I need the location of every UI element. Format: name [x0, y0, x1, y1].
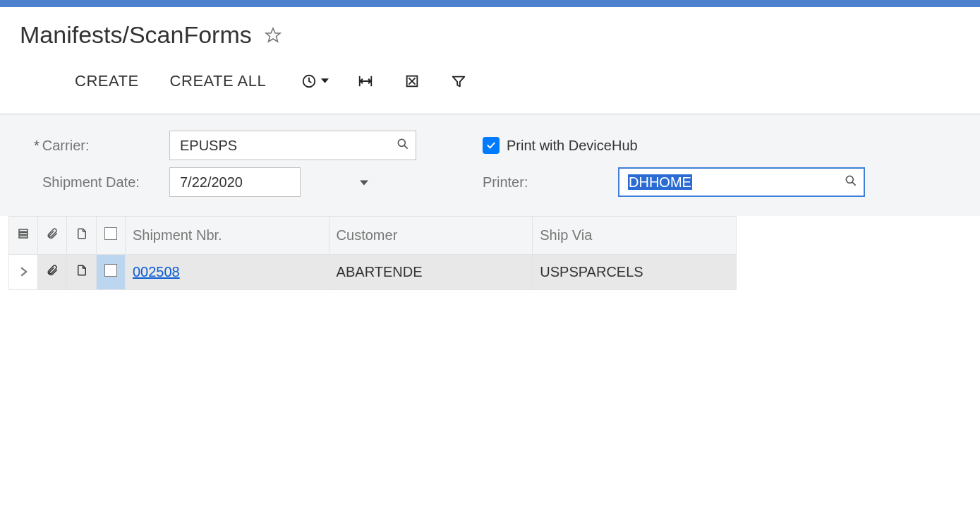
shipment-date-label: Shipment Date: — [0, 174, 169, 191]
svg-marker-9 — [453, 77, 465, 87]
shipment-nbr-link[interactable]: 002508 — [133, 264, 180, 279]
create-button[interactable]: CREATE — [59, 67, 155, 95]
ship-via-header[interactable]: Ship Via — [533, 217, 737, 255]
notes-icon[interactable] — [75, 264, 88, 279]
svg-marker-0 — [266, 28, 280, 42]
favorite-star-icon[interactable] — [265, 27, 282, 44]
caret-down-icon — [321, 75, 329, 88]
svg-line-14 — [852, 182, 856, 186]
search-icon[interactable] — [396, 137, 410, 155]
search-icon[interactable] — [844, 174, 858, 191]
app-topbar — [0, 0, 980, 7]
svg-point-10 — [398, 139, 405, 146]
create-all-button[interactable]: CREATE ALL — [155, 67, 282, 95]
customer-header[interactable]: Customer — [329, 217, 533, 255]
export-excel-button[interactable] — [395, 67, 429, 95]
svg-point-13 — [846, 176, 853, 183]
svg-rect-17 — [19, 236, 28, 238]
filter-button[interactable] — [442, 67, 476, 95]
expand-row-icon[interactable] — [18, 264, 28, 279]
attachment-header[interactable] — [38, 217, 67, 255]
print-devicehub-label: Print with DeviceHub — [507, 138, 638, 154]
shipment-nbr-header[interactable]: Shipment Nbr. — [125, 217, 329, 255]
svg-marker-2 — [321, 78, 329, 83]
ship-via-cell: USPSPARCELS — [533, 255, 737, 290]
schedule-dropdown-button[interactable] — [294, 67, 336, 95]
table-row[interactable]: 002508 ABARTENDE USPSPARCELS — [9, 255, 737, 290]
grid: Shipment Nbr. Customer Ship Via 002508 A… — [0, 216, 980, 290]
carrier-input[interactable] — [169, 131, 416, 160]
printer-input[interactable]: DHHOME — [618, 167, 865, 197]
grid-header-row: Shipment Nbr. Customer Ship Via — [9, 217, 737, 255]
column-settings-header[interactable] — [9, 217, 38, 255]
carrier-input-field[interactable] — [179, 137, 396, 155]
carrier-label: *Carrier: — [0, 138, 169, 154]
dropdown-icon[interactable] — [360, 174, 368, 191]
main-toolbar: .tb-btn[data-name="refresh-button"] svg … — [0, 63, 980, 114]
attachment-icon[interactable] — [46, 264, 59, 279]
form-panel: *Carrier: Print with DeviceHub Shipment … — [0, 114, 980, 216]
svg-line-11 — [404, 145, 408, 149]
svg-marker-12 — [360, 180, 368, 185]
fit-columns-button[interactable] — [349, 67, 382, 95]
page-title: Manifests/ScanForms — [20, 21, 252, 49]
printer-label: Printer: — [483, 174, 590, 191]
svg-rect-15 — [19, 229, 28, 232]
row-checkbox[interactable] — [104, 264, 117, 277]
page-header: Manifests/ScanForms — [0, 7, 980, 63]
printer-value[interactable]: DHHOME — [628, 174, 692, 190]
select-all-header[interactable] — [96, 217, 125, 255]
shipment-date-input[interactable] — [169, 167, 301, 197]
svg-rect-16 — [19, 233, 28, 235]
notes-header[interactable] — [67, 217, 96, 255]
customer-cell: ABARTENDE — [329, 255, 533, 290]
print-devicehub-checkbox[interactable] — [483, 137, 500, 154]
shipment-date-field[interactable] — [179, 174, 360, 191]
